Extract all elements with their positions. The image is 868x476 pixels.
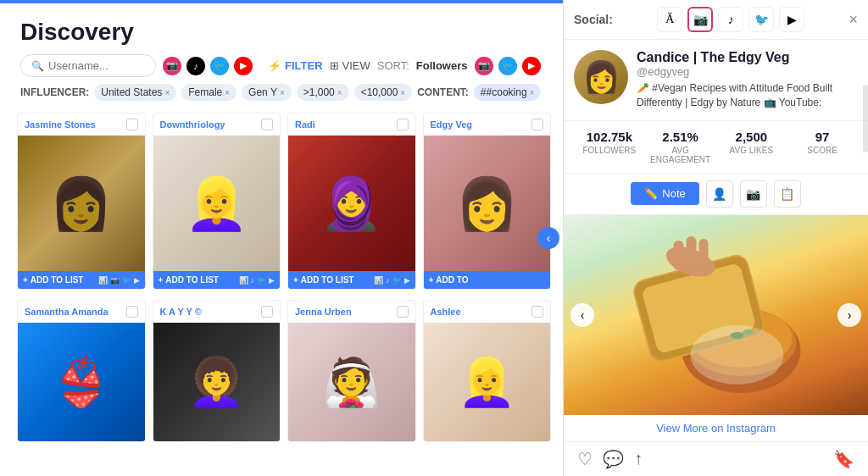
- profile-name: Candice | The Edgy Veg: [637, 50, 858, 65]
- filter-tag-cooking[interactable]: ##cooking ×: [474, 84, 542, 101]
- card-name-jenna[interactable]: Jenna Urben: [295, 307, 352, 317]
- filter-button[interactable]: ⚡ FILTER: [268, 59, 323, 72]
- sort-label: SORT:: [377, 59, 409, 72]
- search-input[interactable]: [48, 59, 145, 72]
- card-name-radi[interactable]: Radi: [295, 119, 315, 130]
- panel-youtube-icon[interactable]: ▶: [779, 7, 804, 32]
- ig-icon: 📷: [110, 276, 120, 285]
- view-more-instagram[interactable]: View More on Instagram: [564, 415, 868, 442]
- card-name-ashlee[interactable]: Ashlee: [431, 307, 461, 317]
- stat-engagement: 2.51% AVG ENGAGEMENT: [645, 130, 716, 164]
- add-to-list-downs[interactable]: +ADD TO LIST: [159, 275, 219, 285]
- close-panel-button[interactable]: ×: [849, 11, 858, 29]
- instagram-action-btn[interactable]: 📷: [740, 180, 767, 208]
- content-filter-label: CONTENT:: [417, 86, 469, 98]
- grid-view-icon: ⊞: [330, 59, 339, 72]
- search-icon: 🔍: [31, 60, 44, 72]
- social-label: Social:: [574, 13, 613, 26]
- checkbox-downs[interactable]: [261, 119, 273, 130]
- post-actions-left: ♡ 💬 ↑: [577, 449, 643, 469]
- filter-tag-country[interactable]: United States ×: [94, 84, 176, 101]
- svg-rect-8: [687, 236, 697, 268]
- card-name-samantha[interactable]: Samantha Amanda: [25, 307, 108, 317]
- checkbox-jenna[interactable]: [397, 306, 409, 318]
- card-jenna: Jenna Urben 👰: [287, 300, 416, 442]
- add-to-list-jasmine[interactable]: +ADD TO LIST: [23, 275, 83, 285]
- svg-point-12: [691, 325, 784, 385]
- svg-rect-9: [699, 239, 709, 269]
- card-name-jasmine[interactable]: Jasmine Stones: [25, 119, 96, 130]
- checkbox-ashlee[interactable]: [531, 306, 543, 318]
- sort-tw-icon[interactable]: 🐦: [498, 57, 517, 75]
- note-button[interactable]: ✏️ Note: [631, 182, 698, 205]
- card-image-jasmine: 👩: [18, 136, 145, 271]
- card-name-edgy[interactable]: Edgy Veg: [431, 119, 473, 130]
- stat-followers: 102.75k FOLLOWERS: [574, 130, 645, 164]
- checkbox-kayy[interactable]: [261, 306, 273, 318]
- view-button[interactable]: ⊞ VIEW: [330, 59, 370, 72]
- post-nav-left-button[interactable]: ‹: [570, 303, 594, 327]
- checkbox-edgy[interactable]: [531, 119, 543, 130]
- card-image-edgy: 👩: [424, 136, 551, 271]
- score-label: SCORE: [787, 146, 858, 155]
- tt-icon: ♪: [386, 276, 390, 285]
- profile-pic-action-btn[interactable]: 👤: [706, 180, 733, 208]
- likes-value: 2,500: [716, 130, 787, 144]
- save-icon[interactable]: 🔖: [833, 449, 854, 469]
- add-to-list-edgy[interactable]: + ADD TO: [429, 275, 469, 285]
- checkbox-radi[interactable]: [397, 119, 409, 130]
- card-ashlee: Ashlee 👱‍♀️: [423, 300, 552, 442]
- instagram-filter-icon[interactable]: 📷: [163, 57, 181, 75]
- share-icon[interactable]: ↑: [634, 449, 643, 469]
- panel-header: Social: Ā 📷 ♪ 🐦 ▶ ×: [564, 0, 868, 40]
- sort-ig-icon[interactable]: 📷: [475, 57, 493, 75]
- post-actions: ♡ 💬 ↑ 🔖: [564, 442, 868, 476]
- panel-social-icons: Ā 📷 ♪ 🐦 ▶: [657, 7, 804, 32]
- panel-scrollbar[interactable]: [863, 85, 868, 152]
- score-value: 97: [787, 130, 858, 144]
- card-downs: Downthriology 👱‍♀️ +ADD TO LIST 📊 ♪ 🐦 ▶: [153, 113, 281, 290]
- engagement-label: AVG ENGAGEMENT: [645, 146, 716, 164]
- action-row: ✏️ Note 👤 📷 📋: [564, 174, 868, 215]
- checkbox-jasmine[interactable]: [126, 119, 138, 130]
- followers-value: 102.75k: [574, 130, 645, 144]
- sort-value[interactable]: Followers: [416, 59, 468, 72]
- card-name-downs[interactable]: Downthriology: [160, 119, 225, 130]
- filter-tag-min-followers[interactable]: >1,000 ×: [297, 84, 349, 101]
- filter-tag-geny[interactable]: Gen Y ×: [242, 84, 292, 101]
- comment-icon[interactable]: 💬: [603, 449, 624, 469]
- panel-tiktok-icon[interactable]: ♪: [718, 7, 743, 32]
- lists-action-btn[interactable]: 📋: [774, 180, 801, 208]
- tiktok-filter-icon[interactable]: ♪: [186, 57, 205, 75]
- search-box[interactable]: 🔍: [20, 54, 156, 77]
- checkbox-samantha[interactable]: [126, 306, 138, 318]
- post-nav-right-button[interactable]: ›: [837, 303, 861, 327]
- card-footer-edgy: + ADD TO: [424, 271, 551, 289]
- tw-icon: 🐦: [392, 276, 402, 285]
- influencer-grid-row2: Samantha Amanda 👙 K A Y Y © 👩‍🦱 Jenna Ur…: [0, 296, 568, 446]
- stats-icon: 📊: [98, 276, 108, 285]
- collapse-panel-button[interactable]: ‹: [537, 227, 559, 249]
- filter-tag-gender[interactable]: Female ×: [181, 84, 236, 101]
- add-to-list-radi[interactable]: +ADD TO LIST: [293, 275, 353, 285]
- like-icon[interactable]: ♡: [577, 449, 593, 469]
- sort-yt-icon[interactable]: ▶: [522, 57, 541, 75]
- panel-twitter-icon[interactable]: 🐦: [748, 7, 774, 32]
- tt-icon: ♪: [251, 276, 255, 285]
- filter-tag-max-followers[interactable]: <10,000 ×: [354, 84, 413, 101]
- card-image-ashlee: 👱‍♀️: [424, 323, 551, 441]
- yt-icon: ▶: [404, 276, 410, 285]
- stats-row: 102.75k FOLLOWERS 2.51% AVG ENGAGEMENT 2…: [564, 121, 868, 174]
- card-name-kayy[interactable]: K A Y Y ©: [160, 307, 202, 317]
- toolbar: 🔍 📷 ♪ 🐦 ▶ ⚡ FILTER ⊞ VIEW SORT: Follower…: [0, 54, 568, 84]
- profile-handle: @edgyveg: [637, 65, 858, 78]
- panel-instagram-icon[interactable]: 📷: [687, 7, 713, 32]
- nav-arrow-left[interactable]: ‹: [537, 227, 559, 249]
- panel-aleph-icon[interactable]: Ā: [657, 7, 682, 32]
- stats-icon: 📊: [239, 276, 248, 285]
- social-filter-icons: 📷 ♪ 🐦 ▶: [163, 57, 253, 75]
- post-image-container: ‹ ›: [564, 215, 868, 415]
- youtube-filter-icon[interactable]: ▶: [234, 57, 253, 75]
- twitter-filter-icon[interactable]: 🐦: [210, 57, 229, 75]
- card-samantha: Samantha Amanda 👙: [17, 300, 146, 442]
